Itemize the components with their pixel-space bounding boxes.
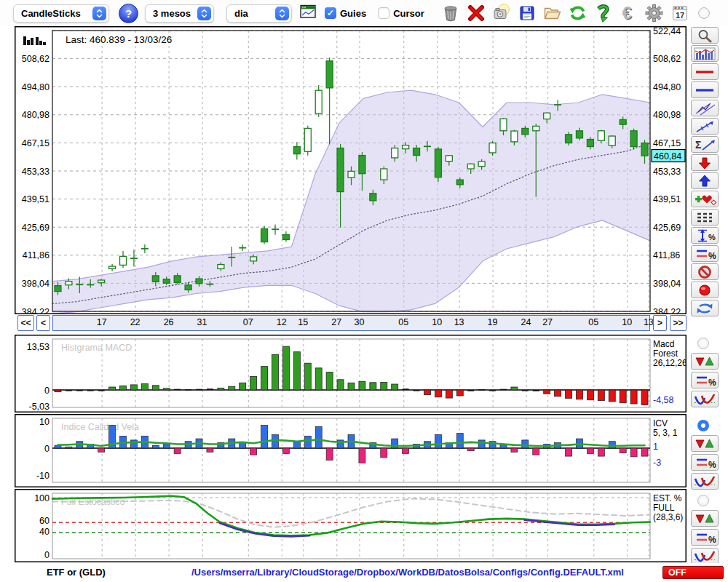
x-tick-label: 05	[588, 317, 598, 327]
panel-radio-est[interactable]	[697, 495, 709, 506]
scroll-prev-button[interactable]: <	[36, 315, 50, 331]
svg-text:508,62: 508,62	[22, 54, 50, 64]
svg-text:439,51: 439,51	[653, 194, 681, 204]
off-toggle-button[interactable]: OFF	[662, 566, 724, 579]
svg-text:453,33: 453,33	[22, 167, 50, 177]
red-line-icon[interactable]	[691, 63, 719, 80]
mini-chart-icon[interactable]	[691, 45, 719, 62]
svg-text:384,22: 384,22	[653, 307, 681, 315]
updown-arrows-icon-est[interactable]	[691, 510, 719, 527]
delete-icon[interactable]	[466, 3, 486, 23]
macd-panel[interactable]: Histgrama MACD13,530-5,03MacdForest26,12…	[15, 335, 687, 412]
arrow-down-icon[interactable]	[691, 154, 719, 171]
svg-text:439,51: 439,51	[22, 194, 50, 204]
stochastic-panel[interactable]: Full Estocastico10060400EST. %FULL(28,3,…	[15, 489, 687, 562]
svg-text:480,98: 480,98	[22, 110, 50, 120]
guies-checkbox-row[interactable]: ✓ Guies	[325, 7, 366, 19]
list-icon[interactable]	[691, 209, 719, 226]
svg-text:398,04: 398,04	[653, 279, 681, 289]
timeline-strip[interactable]: 172226310712152730051013192427051013	[52, 315, 650, 331]
disable-icon[interactable]	[691, 263, 719, 280]
svg-text:ICV: ICV	[653, 418, 668, 428]
measure-icon[interactable]: %	[691, 227, 719, 244]
percent-lines-icon-macd[interactable]: %	[691, 372, 719, 388]
x-tick-label: 10	[432, 317, 442, 327]
curves-icon-icv[interactable]	[691, 473, 719, 490]
zoom-icon[interactable]	[691, 27, 719, 44]
record-icon[interactable]	[691, 282, 719, 298]
percent-lines-icon-est[interactable]: %	[691, 529, 719, 546]
panel-radio-macd[interactable]	[697, 338, 709, 349]
config-path-link[interactable]: /Users/mserra/Library/CloudStorage/Dropb…	[175, 567, 641, 578]
reload-icon[interactable]	[691, 300, 719, 316]
percent-lines-icon[interactable]: %	[691, 245, 719, 262]
channel-icon[interactable]	[691, 100, 719, 116]
settings-icon[interactable]	[644, 3, 665, 23]
svg-text:411,86: 411,86	[653, 250, 680, 260]
refresh-icon[interactable]	[568, 3, 588, 23]
last-price-label: Last: 460.839 - 13/03/26	[66, 34, 172, 45]
scroll-last-button[interactable]: >>	[670, 315, 687, 331]
curves-icon-est[interactable]	[691, 548, 719, 565]
save-icon[interactable]	[517, 3, 537, 23]
panel-controls-icv: %	[691, 420, 723, 490]
curves-icon-macd[interactable]	[691, 391, 719, 407]
svg-text:(28,3,6): (28,3,6)	[653, 512, 683, 522]
arrow-up-icon[interactable]	[691, 172, 719, 189]
x-tick-label: 27	[542, 317, 553, 327]
interval-select[interactable]: dia	[226, 4, 292, 23]
guies-checkbox[interactable]: ✓	[325, 7, 336, 19]
interval-value: dia	[234, 8, 248, 19]
x-tick-label: 26	[164, 317, 174, 327]
panel-radio-icv[interactable]	[697, 420, 709, 431]
sync-icon[interactable]	[593, 3, 614, 23]
snapshot-icon[interactable]	[491, 3, 512, 23]
chart-window-icon[interactable]	[300, 4, 316, 22]
svg-text:100: 100	[34, 493, 50, 503]
x-tick-label: 17	[97, 317, 107, 327]
trash-icon[interactable]	[440, 3, 461, 23]
period-select[interactable]: 3 mesos	[145, 4, 214, 23]
cursor-checkbox-row[interactable]: Cursor	[378, 7, 424, 19]
svg-text:Σ: Σ	[695, 139, 701, 151]
x-tick-label: 05	[398, 317, 408, 327]
sum-trend-icon[interactable]: Σ	[691, 136, 719, 153]
percent-lines-icon-icv[interactable]: %	[691, 454, 719, 471]
svg-text:411,86: 411,86	[23, 250, 50, 260]
svg-text:%: %	[708, 535, 716, 545]
main-price-chart[interactable]: 522,44508,62508,62494,80494,80480,98480,…	[15, 26, 687, 314]
open-folder-icon[interactable]	[542, 3, 563, 23]
panel-watermark: Indice Calidad Vela	[61, 422, 139, 432]
svg-text:10: 10	[39, 417, 50, 427]
svg-text:0: 0	[44, 550, 50, 560]
updown-arrows-icon-icv[interactable]	[691, 435, 719, 452]
signals-icon[interactable]	[691, 191, 719, 207]
trend-icon[interactable]	[691, 118, 719, 135]
updown-arrows-icon-macd[interactable]	[691, 353, 719, 370]
calendar-icon[interactable]: 17	[670, 3, 690, 23]
cursor-checkbox[interactable]	[378, 7, 389, 19]
icv-panel[interactable]: Indice Calidad Vela100-10ICV5, 3, 11-3	[15, 414, 687, 487]
chart-type-select[interactable]: CandleSticks	[13, 4, 109, 23]
icv-line-value: 1	[653, 442, 658, 452]
svg-text:Macd: Macd	[653, 339, 674, 349]
help-button[interactable]: ?	[119, 4, 138, 23]
x-tick-label: 22	[130, 317, 141, 327]
scroll-next-button[interactable]: >	[653, 315, 667, 331]
cursor-label: Cursor	[393, 8, 424, 19]
macd-current-value: -4,58	[653, 395, 674, 405]
euro-icon[interactable]: €€	[619, 3, 639, 23]
svg-text:EST. %: EST. %	[653, 493, 682, 503]
scroll-first-button[interactable]: <<	[17, 315, 34, 331]
svg-text:522,44: 522,44	[653, 26, 681, 36]
chevron-updown-icon	[197, 7, 211, 20]
help-label: ?	[125, 7, 132, 20]
blue-line-icon[interactable]	[691, 81, 719, 98]
svg-text:%: %	[708, 460, 716, 470]
toolbar-action-icons: €€17	[440, 3, 690, 23]
x-tick-label: 07	[243, 317, 253, 327]
x-tick-label: 10	[622, 317, 632, 327]
guies-label: Guies	[340, 8, 366, 19]
main-panel-radio[interactable]	[698, 7, 710, 19]
svg-text:13,53: 13,53	[27, 342, 50, 352]
